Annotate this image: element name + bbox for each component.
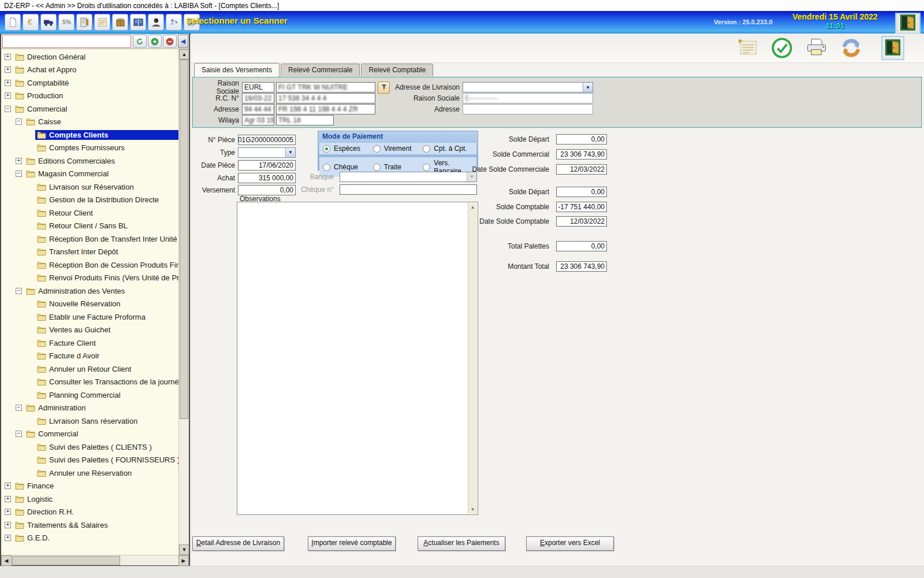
detail-adresse-livraison-button[interactable]: Detail Adresse de Livraison (192, 536, 284, 551)
importer-releve-comptable-button[interactable]: Importer relevé comptable (308, 536, 396, 551)
radio-icon[interactable] (373, 145, 381, 153)
print-icon[interactable] (804, 36, 829, 60)
tree-item[interactable]: +G.E.D. (1, 532, 179, 545)
radio-icon[interactable] (373, 164, 381, 171)
radio-icon[interactable] (423, 145, 430, 153)
scroll-left-icon[interactable]: ◀ (1, 555, 12, 566)
radio-option[interactable]: Virement (373, 144, 423, 153)
wilaya-value-field[interactable]: TRL 18 (276, 115, 334, 125)
tree-item[interactable]: Gestion de la Distribution Directe (1, 194, 179, 207)
user-icon[interactable] (148, 14, 164, 31)
tree-item[interactable]: +Logistic (1, 492, 179, 506)
banque-select[interactable]: ▼ (340, 172, 477, 182)
adresse-value-field[interactable]: FR 198 4 11 198 4 4 4 ZR (276, 104, 375, 114)
tree-toggle-icon[interactable]: − (5, 106, 11, 112)
exporter-excel-button[interactable]: Exporter vers Excel (526, 536, 614, 551)
euro-icon[interactable]: € (23, 14, 39, 31)
raison-sociale-name-field[interactable]: FI GT TRK W NUITRE (276, 82, 375, 92)
tree-item[interactable]: Réception Bon de Cession Produits Finis … (1, 258, 179, 272)
tree-item[interactable]: −Caisse (1, 116, 179, 129)
date-piece-field[interactable]: 17/06/2020 (238, 160, 296, 171)
tab-saisie-des-versements[interactable]: Saisie des Versements (194, 63, 280, 77)
user-transfer-icon[interactable] (166, 14, 182, 31)
validate-icon[interactable] (769, 36, 795, 60)
tree-item[interactable]: Comptes Clients (1, 128, 179, 142)
tree-item[interactable]: Réception Bon de Transfert Inter Unité (1, 232, 179, 246)
tree-item[interactable]: −Administration (1, 402, 179, 415)
tree-item[interactable]: Renvoi Produits Finis (Vers Unité de Pro… (1, 272, 179, 285)
tree-toggle-icon[interactable]: + (5, 509, 11, 515)
tree-item[interactable]: +Production (1, 90, 179, 103)
tree-item[interactable]: Transfert Inter Dépôt (1, 246, 179, 259)
notes-icon[interactable] (94, 14, 110, 31)
tree-item[interactable]: Facture Client (1, 336, 179, 350)
tree-toggle-icon[interactable]: + (16, 158, 22, 164)
actualiser-paiements-button[interactable]: Actualiser les Paiements (418, 536, 505, 551)
tree-item[interactable]: +Comptabilité (1, 76, 179, 90)
tree-item[interactable]: Consulter les Transactions de la journée (1, 376, 179, 389)
radio-icon[interactable] (323, 164, 330, 171)
tree-item[interactable]: Retour Client (1, 206, 179, 220)
tree-item[interactable]: +Direction Général (1, 50, 179, 64)
scroll-up-icon[interactable]: ▲ (179, 49, 189, 60)
tree-item[interactable]: Comptes Fournisseurs (1, 142, 179, 155)
tree-item[interactable]: Retour Client / Sans BL (1, 220, 179, 233)
collapse-left-icon[interactable]: ◀ (178, 35, 188, 48)
radio-option[interactable]: Espèces (323, 144, 373, 153)
tree-toggle-icon[interactable]: − (16, 118, 22, 125)
tree-toggle-icon[interactable]: + (5, 522, 11, 528)
chevron-down-icon[interactable]: ▼ (583, 83, 593, 92)
tree-item[interactable]: −Administration des Ventes (1, 284, 179, 298)
tree-item[interactable]: Planning Commercial (1, 388, 179, 402)
tab-releve-comptable[interactable]: Relevé Comptable (361, 64, 433, 76)
tree-item[interactable]: +Traitements && Salaires (1, 518, 179, 532)
tree-item[interactable]: Etablir une Facture Proforma (1, 310, 179, 324)
tree-item[interactable]: +Direction R.H. (1, 506, 179, 519)
tree-toggle-icon[interactable]: + (5, 496, 11, 502)
tree-toggle-icon[interactable]: + (5, 535, 11, 541)
tree-item[interactable]: Facture d Avoir (1, 350, 179, 363)
scroll-right-icon[interactable]: ▶ (178, 555, 189, 566)
num-piece-field[interactable]: 01G20000000005 (238, 135, 296, 145)
tree-toggle-icon[interactable]: + (5, 483, 11, 489)
tree-toggle-icon[interactable]: + (5, 66, 11, 73)
tree-add-icon[interactable] (148, 35, 162, 48)
raison-sociale-code-field[interactable]: EURL (242, 82, 274, 92)
livraison-adresse-field[interactable]: · · · · (463, 104, 593, 114)
rc-value-field[interactable]: 17 538 34 4 4 4 (276, 93, 375, 103)
tree-item[interactable]: −Magasin Commercial (1, 168, 179, 181)
tree-item[interactable]: Suivi des Palettes ( FOURNISSEURS ) (1, 454, 179, 467)
versement-field[interactable]: 0,00 (238, 185, 296, 195)
tree-item[interactable]: +Editions Commerciales (1, 154, 179, 168)
scroll-down-icon[interactable]: ▼ (179, 544, 189, 555)
observations-textarea[interactable]: ▲ ▼ (237, 202, 478, 515)
discount-icon[interactable]: 5% (58, 14, 74, 31)
tree-toggle-icon[interactable]: − (16, 171, 22, 177)
tree-toggle-icon[interactable]: + (5, 92, 11, 99)
tree-vertical-scrollbar[interactable]: ▲ ▼ (178, 49, 189, 555)
tree-toggle-icon[interactable]: − (16, 405, 22, 411)
adresse-livraison-select[interactable]: ▼ (463, 82, 593, 92)
tree-toggle-icon[interactable]: − (16, 288, 22, 294)
tree-search-input[interactable] (2, 35, 131, 48)
tree-item[interactable]: Annuler un Retour Client (1, 362, 179, 376)
radio-icon[interactable] (423, 164, 430, 171)
scroll-down-icon[interactable]: ▼ (468, 505, 477, 514)
cabinet-icon[interactable] (76, 14, 92, 31)
catalog-icon[interactable] (130, 14, 146, 31)
tree-toggle-icon[interactable]: − (16, 431, 22, 437)
tree-horizontal-scrollbar[interactable]: ◀ ▶ (1, 555, 189, 565)
type-select[interactable]: ▼ (238, 147, 296, 158)
package-icon[interactable] (112, 14, 128, 31)
report-icon[interactable] (735, 36, 760, 60)
tree-item[interactable]: +Finance (1, 480, 179, 493)
tree-item[interactable]: Suivi des Palettes ( CLIENTS ) (1, 440, 179, 454)
achat-field[interactable]: 315 000,00 (238, 173, 296, 183)
form-exit-button[interactable] (881, 36, 904, 60)
tree-toggle-icon[interactable]: + (5, 80, 11, 86)
exit-application-button[interactable] (895, 13, 921, 34)
refresh-icon[interactable] (839, 36, 864, 60)
new-document-icon[interactable] (5, 14, 21, 31)
tree-item[interactable]: Livraison Sans réservation (1, 414, 179, 428)
chevron-down-icon[interactable]: ▼ (285, 148, 295, 157)
